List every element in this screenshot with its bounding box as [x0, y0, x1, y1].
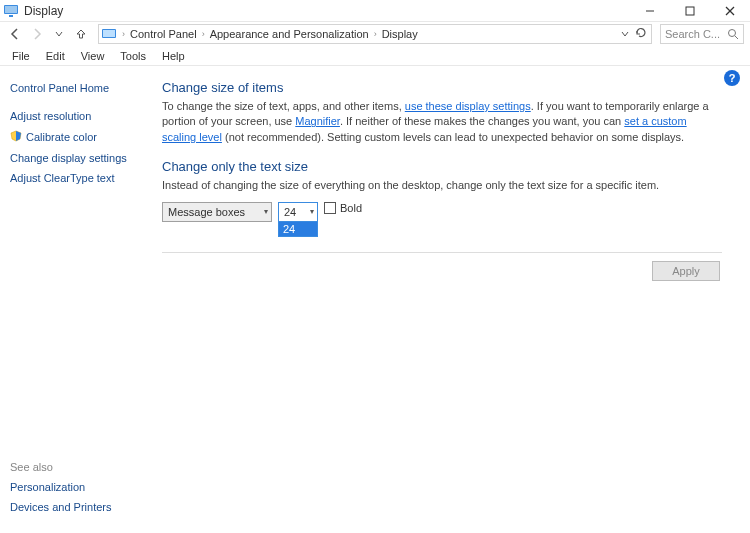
minimize-button[interactable]: [630, 0, 670, 22]
breadcrumb-section[interactable]: Appearance and Personalization: [208, 28, 371, 40]
size-dropdown-option[interactable]: 24: [279, 222, 317, 236]
heading-change-size: Change size of items: [162, 80, 722, 95]
menu-view[interactable]: View: [75, 49, 111, 63]
nav-toolbar: › Control Panel › Appearance and Persona…: [0, 22, 750, 46]
bold-checkbox-label[interactable]: Bold: [324, 202, 362, 214]
maximize-button[interactable]: [670, 0, 710, 22]
forward-button[interactable]: [28, 25, 46, 43]
menu-help[interactable]: Help: [156, 49, 191, 63]
search-placeholder: Search C...: [665, 28, 727, 40]
close-button[interactable]: [710, 0, 750, 22]
bold-checkbox[interactable]: [324, 202, 336, 214]
heading-text-size: Change only the text size: [162, 159, 722, 174]
sidebar-devices-printers[interactable]: Devices and Printers: [10, 497, 140, 517]
recent-dropdown-icon[interactable]: [50, 25, 68, 43]
text-size-controls: Message boxes ▾ 24 ▾ 24 Bold: [162, 202, 722, 222]
svg-line-10: [735, 36, 738, 39]
size-dropdown-list[interactable]: 24: [278, 221, 318, 237]
item-combobox[interactable]: Message boxes ▾: [162, 202, 272, 222]
sidebar-personalization[interactable]: Personalization: [10, 477, 140, 497]
back-button[interactable]: [6, 25, 24, 43]
chevron-down-icon: ▾: [256, 207, 268, 216]
breadcrumb-root[interactable]: Control Panel: [128, 28, 199, 40]
refresh-icon[interactable]: [635, 27, 647, 41]
breadcrumb-page[interactable]: Display: [380, 28, 420, 40]
address-bar[interactable]: › Control Panel › Appearance and Persona…: [98, 24, 652, 44]
chevron-right-icon: ›: [199, 29, 208, 39]
search-input[interactable]: Search C...: [660, 24, 744, 44]
bold-label-text: Bold: [340, 202, 362, 214]
chevron-right-icon: ›: [371, 29, 380, 39]
svg-rect-4: [686, 7, 694, 15]
menu-edit[interactable]: Edit: [40, 49, 71, 63]
sidebar-home[interactable]: Control Panel Home: [10, 78, 140, 98]
sidebar-calibrate-color[interactable]: Calibrate color: [10, 126, 140, 148]
size-combobox-value: 24: [284, 206, 296, 218]
link-magnifier[interactable]: Magnifier: [295, 115, 340, 127]
sidebar-adjust-resolution[interactable]: Adjust resolution: [10, 106, 140, 126]
svg-point-9: [729, 30, 736, 37]
separator: [162, 252, 722, 253]
content-area: ? Control Panel Home Adjust resolution C…: [0, 66, 750, 533]
svg-rect-2: [9, 15, 13, 17]
chevron-right-icon: ›: [119, 29, 128, 39]
address-dropdown-icon[interactable]: [621, 28, 629, 40]
sidebar-adjust-cleartype[interactable]: Adjust ClearType text: [10, 168, 140, 188]
see-also-heading: See also: [10, 457, 140, 477]
up-button[interactable]: [72, 25, 90, 43]
display-icon: [4, 5, 18, 17]
sidebar: Control Panel Home Adjust resolution Cal…: [0, 66, 150, 533]
paragraph-change-size: To change the size of text, apps, and ot…: [162, 99, 722, 145]
menu-file[interactable]: File: [6, 49, 36, 63]
main-panel: Change size of items To change the size …: [150, 66, 750, 533]
item-combobox-value: Message boxes: [168, 206, 245, 218]
svg-rect-8: [103, 30, 115, 37]
svg-rect-1: [5, 6, 17, 13]
title-bar: Display: [0, 0, 750, 22]
sidebar-change-display-settings[interactable]: Change display settings: [10, 148, 140, 168]
chevron-down-icon: ▾: [302, 207, 314, 216]
paragraph-text-size: Instead of changing the size of everythi…: [162, 178, 722, 193]
sidebar-calibrate-label: Calibrate color: [26, 131, 97, 143]
search-icon: [727, 28, 739, 40]
link-display-settings[interactable]: use these display settings: [405, 100, 531, 112]
size-combobox[interactable]: 24 ▾: [278, 202, 318, 222]
apply-button[interactable]: Apply: [652, 261, 720, 281]
menu-bar: File Edit View Tools Help: [0, 46, 750, 66]
shield-icon: [10, 130, 22, 144]
window-title: Display: [24, 4, 630, 18]
control-panel-icon: [101, 27, 119, 41]
menu-tools[interactable]: Tools: [114, 49, 152, 63]
